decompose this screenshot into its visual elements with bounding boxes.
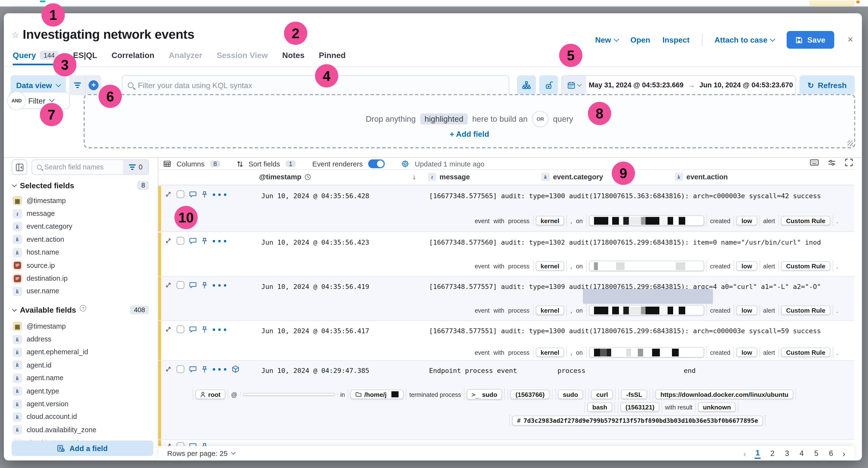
field-item[interactable]: ▦@timestamp [13,320,151,333]
tab-query[interactable]: Query144 [13,51,59,65]
field-item[interactable]: kagent.type [13,384,151,397]
field-item[interactable]: ▦@timestamp [13,194,151,207]
redacted-host-chip[interactable] [589,261,704,271]
parent-process-chip[interactable]: bash [587,402,612,412]
page-button-5[interactable]: 5 [813,449,819,458]
pin-icon[interactable] [202,326,208,333]
selected-fields-header[interactable]: Selected fields 8 [13,181,149,190]
field-item[interactable]: IPdestination.ip [13,272,151,285]
process-chip[interactable]: kernel [536,305,564,315]
query-options-button[interactable] [69,75,85,95]
redacted-host-chip[interactable] [589,305,704,315]
rows-per-page-select[interactable]: Rows per page: 25 [167,449,236,457]
rule-chip[interactable]: Custom Rule [781,305,830,315]
severity-chip[interactable]: low [737,261,757,271]
field-item[interactable]: kagent.id [13,358,151,371]
event-renderers-toggle[interactable] [368,159,385,168]
favorite-star-icon[interactable]: ☆ [11,30,19,40]
pin-icon[interactable] [202,366,208,373]
comment-icon[interactable] [189,238,196,244]
pin-icon[interactable] [202,237,208,244]
sitemap-button[interactable] [517,75,536,95]
timestamp-cell[interactable]: Jun 10, 2024 @ 04:29:47.385 [261,367,369,375]
add-filter-button[interactable]: + [85,75,101,95]
resize-handle[interactable] [847,141,853,146]
row-checkbox[interactable] [177,365,184,373]
page-button-2[interactable]: 2 [769,449,776,458]
expand-icon[interactable] [165,326,172,333]
pin-icon[interactable] [202,442,208,446]
field-item[interactable]: kagent.name [13,372,151,384]
rule-chip[interactable]: Custom Rule [781,347,830,357]
field-item[interactable]: kevent.action [13,233,151,246]
add-field-link[interactable]: + Add field [85,129,854,138]
rule-chip[interactable]: Custom Rule [781,261,830,271]
tab-analyzer[interactable]: Analyzer [169,51,202,65]
more-actions-icon[interactable]: ■ ■ ■ [213,327,227,332]
message-cell[interactable]: Endpoint process event [429,367,556,375]
hash-chip[interactable]: #7d3c2983ad2f278d9e799b5792f13f57bf890bd… [512,416,763,426]
process-chip[interactable]: kernel [536,261,564,271]
row-checkbox[interactable] [177,237,184,245]
event-row[interactable]: ■ ■ ■ Jun 10, 2024 @ 04:35:56.423 [16677… [158,232,854,277]
field-item[interactable]: kaddress [13,333,151,346]
process-chip[interactable]: kernel [536,347,564,357]
next-page-button[interactable]: › [843,449,845,458]
filter-dropdown-button[interactable]: AND Filter [9,92,70,109]
arg-chip[interactable]: curl [591,389,613,399]
expand-icon[interactable] [165,282,172,288]
timestamp-cell[interactable]: Jun 10, 2024 @ 04:35:56.428 [261,192,369,200]
more-actions-icon[interactable]: ■ ■ ■ [213,192,227,197]
analyze-event-icon[interactable] [232,365,239,373]
column-header-category[interactable]: kevent.category [541,173,603,181]
process-chip[interactable]: >_sudo [467,389,502,400]
fullscreen-button[interactable] [845,158,853,166]
event-row-endpoint[interactable]: ■ ■ ■ Jun 10, 2024 @ 04:29:47.385 Endpoi… [158,361,854,440]
redacted-host-chip[interactable] [243,393,335,396]
sort-direction-icon[interactable]: ↓ [412,173,416,181]
tab-session-view[interactable]: Session View [217,51,268,65]
collapse-fields-button[interactable] [11,159,27,175]
lock-button[interactable] [539,75,558,95]
timestamp-cell[interactable]: Jun 10, 2024 @ 04:35:56.423 [261,239,369,246]
prev-page-button[interactable]: ‹ [743,449,746,458]
page-button-4[interactable]: 4 [799,449,805,458]
severity-chip[interactable]: low [737,305,757,315]
date-range-text[interactable]: May 31, 2024 @ 04:53:23.669 → Jun 10, 20… [586,81,795,89]
display-options-button[interactable] [828,158,836,166]
expand-icon[interactable] [165,366,172,372]
field-item[interactable]: khost.name [13,246,151,259]
row-checkbox[interactable] [177,325,184,333]
redacted-host-chip[interactable] [589,215,704,226]
attach-to-case-menu[interactable]: Attach to case [715,35,775,44]
action-cell[interactable]: end [684,367,696,375]
timestamp-cell[interactable]: Jun 10, 2024 @ 04:35:56.419 [261,283,369,291]
more-actions-icon[interactable]: ■ ■ ■ [213,283,227,288]
field-filter-button[interactable]: 0 [123,160,148,174]
more-actions-icon[interactable]: ■ ■ ■ [213,367,227,372]
page-button-6[interactable]: 6 [828,449,834,458]
field-item[interactable]: kuser.name [13,285,151,298]
rule-chip[interactable]: Custom Rule [781,216,830,225]
pid-chip[interactable]: (1563766) [510,389,550,399]
add-a-field-button[interactable]: Add a field [11,440,153,456]
field-item[interactable]: kcloud.availability_zone [13,424,151,436]
column-header-action[interactable]: kevent.action [675,173,728,181]
pin-icon[interactable] [202,281,208,289]
expand-icon[interactable] [165,191,172,197]
field-item[interactable]: IPsource.ip [13,259,151,272]
event-row-partial[interactable] [158,440,854,446]
working-directory-chip[interactable]: /home/j [350,389,404,399]
category-cell[interactable]: process [557,367,586,375]
event-row[interactable]: ■ ■ ■ Jun 10, 2024 @ 04:35:56.428 [16677… [158,186,854,232]
calendar-menu-button[interactable] [562,76,586,95]
url-chip[interactable]: https://download.docker.com/linux/ubuntu [655,389,794,399]
severity-chip[interactable]: low [737,216,757,225]
arg-chip[interactable]: sudo [558,389,583,399]
comment-icon[interactable] [189,443,196,446]
open-button[interactable]: Open [630,35,650,44]
message-cell[interactable]: [16677348.577560] audit: type=1302 audit… [429,239,854,246]
field-item[interactable]: kagent.version [13,398,151,410]
keyboard-shortcuts-button[interactable] [810,159,819,166]
close-icon[interactable]: × [848,34,853,45]
